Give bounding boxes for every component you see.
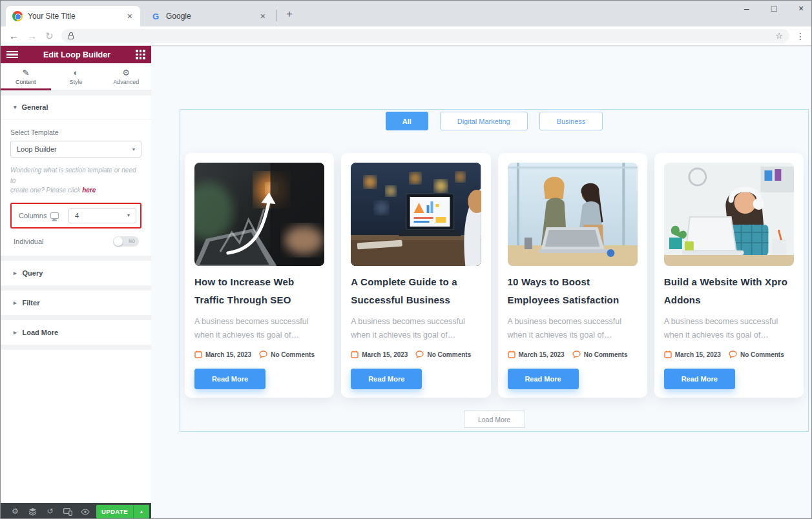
post-title[interactable]: A Complete Guide to a Successful Busines… [351, 273, 481, 309]
post-cards-row: How to Increase Web Traffic Through SEO … [180, 153, 808, 398]
browser-tab-site[interactable]: Your Site Title × [6, 6, 140, 26]
section-general[interactable]: ▾ General [1, 96, 151, 119]
calendar-icon [351, 351, 359, 358]
chrome-favicon-icon [12, 11, 23, 21]
post-thumbnail [664, 163, 794, 266]
tab-title: Google [166, 12, 259, 21]
panel-tabs: ✎ Content ◐ Style ⚙ Advanced [1, 63, 151, 90]
section-filter[interactable]: ▸ Filter [1, 290, 151, 315]
panel-footer-toolbar: ⚙ ↺ UPDATE ▲ [1, 503, 151, 519]
thumbnail-art-xpro [664, 163, 794, 266]
comments-icon [259, 351, 267, 358]
responsive-mode-icon[interactable] [59, 503, 76, 519]
filter-button-business[interactable]: Business [539, 112, 603, 130]
calendar-icon [194, 351, 202, 358]
read-more-button[interactable]: Read More [194, 369, 265, 389]
reload-icon[interactable]: ↻ [45, 30, 54, 42]
toggle-state-label: NO [129, 239, 135, 243]
address-bar[interactable]: ☆ [61, 29, 789, 43]
post-comments: No Comments [584, 351, 628, 358]
tab-advanced[interactable]: ⚙ Advanced [101, 63, 151, 90]
forward-icon[interactable]: → [27, 30, 37, 41]
comments-icon [415, 351, 424, 358]
post-excerpt: A business becomes successful when it ac… [194, 315, 324, 342]
new-tab-button[interactable]: + [282, 7, 297, 21]
post-card: 10 Ways to Boost Employees Satisfaction … [498, 153, 647, 398]
caret-right-icon: ▸ [14, 270, 17, 276]
loop-builder-section[interactable]: All Digital Marketing Business [180, 109, 809, 432]
update-button[interactable]: UPDATE [96, 505, 133, 518]
help-link[interactable]: here [82, 187, 96, 194]
calendar-icon [508, 351, 515, 358]
post-title[interactable]: How to Increase Web Traffic Through SEO [194, 273, 324, 309]
tab-style[interactable]: ◐ Style [51, 63, 101, 90]
section-load-more[interactable]: ▸ Load More [1, 320, 151, 345]
post-meta: March 15, 2023 No Comments [508, 351, 638, 358]
post-excerpt: A business becomes successful when it ac… [664, 315, 794, 342]
gear-icon: ⚙ [122, 68, 130, 77]
post-meta: March 15, 2023 No Comments [351, 351, 481, 358]
filter-button-digital-marketing[interactable]: Digital Marketing [440, 112, 528, 130]
individual-control: Individual NO [10, 236, 141, 247]
editor-canvas: All Digital Marketing Business [151, 46, 812, 519]
thumbnail-art-seo [194, 163, 324, 266]
read-more-button[interactable]: Read More [351, 369, 422, 389]
toggle-knob [114, 237, 123, 246]
individual-label: Individual [14, 238, 43, 245]
post-title[interactable]: 10 Ways to Boost Employees Satisfaction [508, 273, 638, 309]
close-button[interactable]: × [796, 3, 806, 14]
section-label: Query [23, 269, 43, 277]
hamburger-menu-icon[interactable] [6, 51, 18, 58]
maximize-button[interactable]: □ [769, 3, 779, 14]
select-template-dropdown[interactable]: Loop Builder ▾ [10, 141, 141, 158]
caret-right-icon: ▸ [14, 300, 17, 306]
history-icon[interactable]: ↺ [41, 503, 59, 519]
tab-close-icon[interactable]: × [126, 11, 134, 21]
back-icon[interactable]: ← [9, 30, 19, 41]
individual-toggle[interactable]: NO [113, 236, 139, 247]
post-thumbnail [194, 163, 324, 266]
browser-tab-google[interactable]: G Google × [144, 6, 273, 26]
contrast-icon: ◐ [74, 68, 79, 77]
comments-icon [729, 351, 737, 358]
settings-gear-icon[interactable]: ⚙ [6, 503, 24, 519]
tab-close-icon[interactable]: × [259, 11, 267, 21]
read-more-button[interactable]: Read More [664, 369, 735, 389]
columns-value: 4 [75, 212, 79, 219]
template-help-note: Wondering what is section template or ne… [10, 165, 141, 196]
post-thumbnail [351, 163, 481, 266]
post-excerpt: A business becomes successful when it ac… [351, 315, 481, 342]
post-thumbnail [508, 163, 638, 266]
tab-label: Content [16, 79, 36, 85]
post-meta: March 15, 2023 No Comments [664, 351, 794, 358]
update-options-caret[interactable]: ▲ [133, 505, 149, 518]
filter-button-all[interactable]: All [386, 112, 428, 130]
browser-window: Your Site Title × G Google × + – □ × ← →… [0, 0, 812, 519]
navigator-layers-icon[interactable] [24, 503, 41, 519]
post-title[interactable]: Build a Website With Xpro Addons [664, 273, 794, 309]
read-more-button[interactable]: Read More [508, 369, 579, 389]
comments-icon [572, 351, 581, 358]
columns-label: Columns [19, 212, 47, 219]
section-query[interactable]: ▸ Query [1, 261, 151, 285]
browser-menu-icon[interactable]: ⋮ [796, 31, 805, 41]
post-meta: March 15, 2023 No Comments [194, 351, 324, 358]
caret-down-icon: ▾ [14, 104, 17, 110]
load-more-button[interactable]: Load More [464, 411, 525, 428]
preview-eye-icon[interactable] [76, 503, 94, 519]
post-card: A Complete Guide to a Successful Busines… [341, 153, 490, 398]
section-label: Load More [23, 329, 59, 336]
columns-dropdown[interactable]: 4 ▾ [68, 208, 136, 223]
widgets-grid-icon[interactable] [136, 50, 145, 59]
category-filter-bar: All Digital Marketing Business [180, 112, 808, 130]
lock-icon [68, 35, 74, 39]
caret-right-icon: ▸ [14, 329, 17, 336]
section-label: Filter [23, 299, 40, 307]
post-comments: No Comments [427, 351, 471, 358]
post-card: Build a Website With Xpro Addons A busin… [654, 153, 804, 398]
tab-content[interactable]: ✎ Content [1, 63, 51, 90]
tab-label: Style [70, 79, 83, 85]
desktop-device-icon[interactable] [50, 212, 59, 219]
minimize-button[interactable]: – [742, 3, 752, 14]
bookmark-star-icon[interactable]: ☆ [775, 31, 783, 41]
